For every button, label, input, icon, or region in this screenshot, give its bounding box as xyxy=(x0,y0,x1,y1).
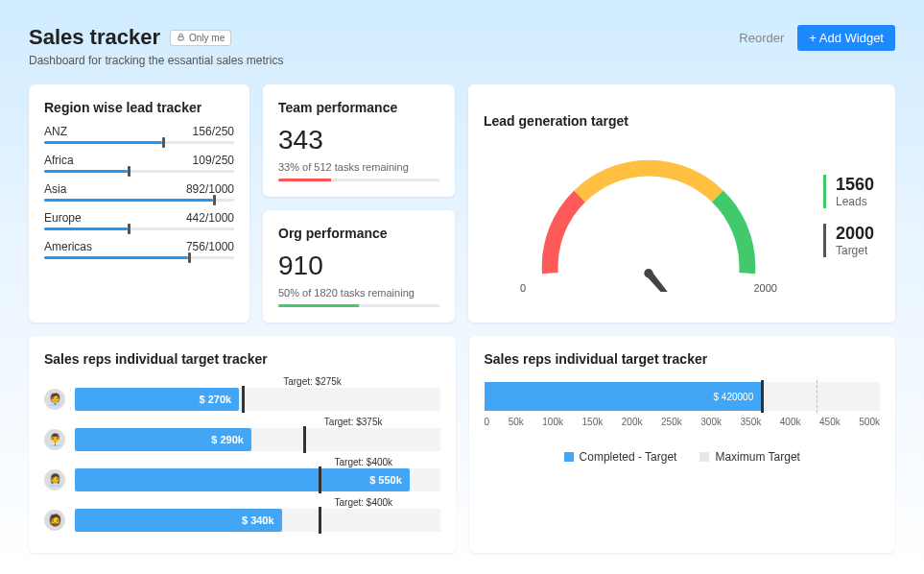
team-progress xyxy=(278,179,439,181)
single-chart: $ 420000 050k100k150k200k250k300k350k400… xyxy=(485,376,881,464)
single-title: Sales reps individual target tracker xyxy=(485,351,881,367)
gauge-card: Lead generation target 0 2000 xyxy=(468,84,895,323)
region-title: Region wise lead tracker xyxy=(44,100,234,115)
leads-num: 1560 xyxy=(836,175,874,195)
visibility-badge[interactable]: Only me xyxy=(170,30,231,46)
region-name: ANZ xyxy=(44,125,67,138)
region-slider[interactable] xyxy=(44,199,234,202)
rep-target-label: Target: $400k xyxy=(335,497,440,508)
lock-icon xyxy=(177,33,185,43)
leads-lbl: Leads xyxy=(836,195,874,208)
rep-target-mark xyxy=(303,426,306,453)
region-card: Region wise lead tracker ANZ156/250 Afri… xyxy=(29,84,249,323)
rep-row: 🧑‍💼 $ 270k xyxy=(44,388,440,411)
legend-max: Maximum Target xyxy=(699,450,799,464)
rep-target-label: Target: $275k xyxy=(283,376,439,387)
add-widget-button[interactable]: + Add Widget xyxy=(797,25,895,51)
org-title: Org performance xyxy=(278,226,439,241)
rep-bar: $ 290k xyxy=(75,428,440,451)
region-val: 892/1000 xyxy=(186,182,234,196)
gauge-max: 2000 xyxy=(753,282,776,294)
region-val: 442/1000 xyxy=(186,211,234,225)
axis-tick: 50k xyxy=(509,417,524,427)
org-sub: 50% of 1820 tasks remaining xyxy=(278,287,439,299)
team-title: Team performance xyxy=(278,100,439,115)
team-sub: 33% of 512 tasks remaining xyxy=(278,161,439,173)
region-name: Africa xyxy=(44,154,74,167)
axis-tick: 350k xyxy=(741,417,762,427)
single-val: $ 420000 xyxy=(714,392,754,402)
target-lbl: Target xyxy=(836,244,874,257)
region-val: 156/250 xyxy=(193,125,234,138)
region-slider[interactable] xyxy=(44,170,234,173)
axis-tick: 500k xyxy=(859,417,880,427)
region-slider[interactable] xyxy=(44,256,234,259)
gauge-title: Lead generation target xyxy=(484,113,880,129)
region-name: Europe xyxy=(44,211,82,225)
axis-tick: 100k xyxy=(542,417,563,427)
rep-row: 👩‍💼 $ 550k xyxy=(44,468,440,491)
single-card: Sales reps individual target tracker $ 4… xyxy=(469,336,896,553)
team-card: Team performance 343 33% of 512 tasks re… xyxy=(263,84,455,197)
title-block: Sales tracker Only me Dashboard for trac… xyxy=(29,25,283,67)
legend-completed: Completed - Target xyxy=(564,450,677,464)
team-value: 343 xyxy=(278,125,439,155)
region-val: 109/250 xyxy=(193,154,234,167)
org-progress xyxy=(278,304,439,307)
rep-fill: $ 340k xyxy=(75,509,282,532)
header: Sales tracker Only me Dashboard for trac… xyxy=(29,25,895,67)
header-actions: Reorder + Add Widget xyxy=(739,25,895,51)
org-value: 910 xyxy=(278,251,439,281)
reps-card: Sales reps individual target tracker Tar… xyxy=(29,336,456,553)
region-row: Americas756/1000 xyxy=(44,240,234,259)
reorder-link[interactable]: Reorder xyxy=(739,31,784,45)
region-slider[interactable] xyxy=(44,141,234,144)
reps-title: Sales reps individual target tracker xyxy=(44,351,440,367)
axis-tick: 250k xyxy=(661,417,682,427)
axis-tick: 0 xyxy=(485,417,490,427)
rep-fill: $ 270k xyxy=(75,388,239,411)
axis-tick: 150k xyxy=(582,417,604,427)
rep-target-label: Target: $400k xyxy=(335,457,440,467)
avatar: 🧔 xyxy=(44,510,65,531)
rep-fill: $ 290k xyxy=(75,428,251,451)
region-row: Asia892/1000 xyxy=(44,182,234,202)
gauge-min: 0 xyxy=(520,282,526,294)
region-val: 756/1000 xyxy=(186,240,234,253)
axis-tick: 400k xyxy=(780,417,801,427)
page-subtitle: Dashboard for tracking the essantial sal… xyxy=(29,54,283,67)
avatar: 🧑‍💼 xyxy=(44,389,65,410)
org-card: Org performance 910 50% of 1820 tasks re… xyxy=(263,210,455,323)
avatar: 👨‍💼 xyxy=(44,429,65,450)
region-row: Africa109/250 xyxy=(44,154,234,173)
region-name: Americas xyxy=(44,240,92,253)
page-title: Sales tracker xyxy=(29,25,160,50)
rep-row: 👨‍💼 $ 290k xyxy=(44,428,440,451)
region-slider[interactable] xyxy=(44,227,234,230)
rep-bar: $ 270k xyxy=(75,388,440,411)
avatar: 👩‍💼 xyxy=(44,469,65,490)
rep-target-label: Target: $375k xyxy=(324,417,440,427)
rep-bar: $ 340k xyxy=(75,509,440,532)
gauge-chart: 0 2000 xyxy=(484,138,814,294)
rep-row: 🧔 $ 340k xyxy=(44,509,440,532)
svg-rect-0 xyxy=(178,36,183,40)
rep-bar: $ 550k xyxy=(75,468,440,491)
region-name: Asia xyxy=(44,182,66,196)
axis-tick: 200k xyxy=(622,417,643,427)
rep-target-mark xyxy=(319,507,321,534)
gauge-stats: 1560 Leads 2000 Target xyxy=(823,175,880,257)
rep-target-mark xyxy=(242,386,245,413)
rep-fill: $ 550k xyxy=(75,468,410,491)
region-row: Europe442/1000 xyxy=(44,211,234,230)
region-row: ANZ156/250 xyxy=(44,125,234,144)
axis-tick: 300k xyxy=(700,417,722,427)
visibility-label: Only me xyxy=(189,33,225,43)
target-num: 2000 xyxy=(836,224,874,244)
rep-target-mark xyxy=(319,466,321,493)
axis-tick: 450k xyxy=(819,417,841,427)
